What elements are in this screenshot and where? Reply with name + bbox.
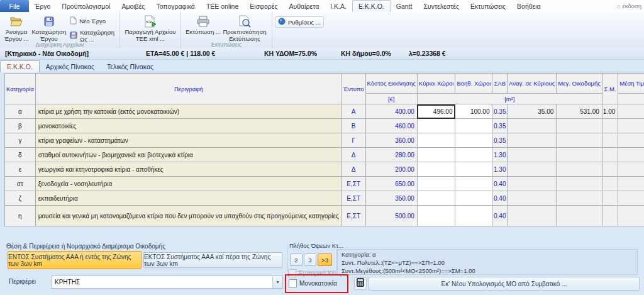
cell-desc[interactable]: εκπαιδευτήρια: [35, 191, 341, 206]
cell-sav[interactable]: 0.40: [492, 191, 508, 206]
cell-sm[interactable]: [602, 119, 618, 133]
cell-entypo[interactable]: Δ: [341, 162, 365, 177]
faces-3-button[interactable]: 3: [304, 253, 316, 266]
cell-voith[interactable]: 100.00: [455, 104, 492, 119]
cell-mesi[interactable]: [618, 162, 644, 177]
cell-voith[interactable]: [455, 162, 492, 177]
faces-gt3-button-selected[interactable]: >3: [318, 253, 332, 266]
region-combobox[interactable]: ΚΡΗΤΗΣ ▾: [52, 276, 283, 289]
cell-entypo[interactable]: Ε,ΣΤ: [341, 191, 365, 206]
cell-mesi[interactable]: [618, 191, 644, 206]
save-project-button[interactable]: Καταχώρηση Έργου: [30, 13, 67, 42]
column-header-sm[interactable]: Σ.Μ.: [602, 74, 618, 104]
cell-cat[interactable]: ζ: [5, 191, 36, 206]
faces-2-button[interactable]: 2: [290, 253, 303, 266]
column-header-sav[interactable]: ΣΑΒ: [492, 74, 508, 94]
cell-meg[interactable]: [557, 191, 602, 206]
column-header-mesi[interactable]: Μέση Τιμή Ζώνης: [618, 74, 644, 94]
cell-kyrioi[interactable]: [417, 191, 455, 206]
cell-entypo[interactable]: Γ: [341, 133, 365, 148]
cell-cat[interactable]: η: [5, 206, 36, 226]
column-header-kyrioi[interactable]: Κύριοι Χώροι: [417, 74, 455, 94]
cell-cat[interactable]: γ: [5, 133, 36, 148]
cell-kostos[interactable]: 350.00: [365, 191, 417, 206]
cell-sav[interactable]: 0.35: [492, 119, 508, 133]
cell-voith[interactable]: [455, 133, 492, 148]
cell-sm[interactable]: [602, 133, 618, 148]
cell-anag[interactable]: [508, 206, 557, 226]
menu-item-proypologismoi[interactable]: Προϋπολογισμοί: [56, 0, 116, 12]
cell-kostos[interactable]: 650.00: [365, 177, 417, 191]
column-header-anag[interactable]: Αναγ. σε Κύριους: [508, 74, 557, 94]
menu-item-authaireta[interactable]: Αυθαίρετα: [283, 0, 325, 12]
cell-kyrioi[interactable]: [417, 119, 455, 133]
cell-kostos[interactable]: 460.00: [365, 119, 417, 133]
cell-entypo[interactable]: Β: [341, 119, 365, 133]
cell-entypo[interactable]: Α: [341, 104, 365, 119]
cell-voith[interactable]: [455, 191, 492, 206]
cell-sav[interactable]: 1.30: [492, 162, 508, 177]
cell-meg[interactable]: [557, 148, 602, 162]
tab-telikos-pinakas[interactable]: Τελικός Πίνακας: [101, 61, 160, 72]
cell-voith[interactable]: [455, 148, 492, 162]
cell-desc[interactable]: γεωργικά και κτηνοτροφικά κτίρια - αποθή…: [35, 162, 341, 177]
cell-mesi[interactable]: [618, 206, 644, 226]
cell-mesi[interactable]: [618, 133, 644, 148]
cell-cat[interactable]: α: [5, 104, 36, 119]
cell-anag[interactable]: [508, 148, 557, 162]
column-header-voith[interactable]: Βοηθ. Χώροι: [455, 74, 492, 94]
cell-mesi[interactable]: 737.65: [618, 104, 644, 119]
cell-kyrioi[interactable]: [417, 162, 455, 177]
recalc-mo-button[interactable]: Εκ' Νέου Υπολογισμός ΜΟ από Συμβατικό ..…: [369, 277, 640, 291]
cell-kyrioi-selected[interactable]: 496.00: [417, 104, 455, 119]
cell-desc[interactable]: κτίρια γραφείων - καταστημάτων: [35, 133, 341, 148]
cell-cat[interactable]: ε: [5, 162, 36, 177]
menu-item-syntelestes[interactable]: Συντελεστές: [418, 0, 465, 12]
cell-sm[interactable]: [602, 177, 618, 191]
ektos-aaa-button[interactable]: ΕΚΤΟΣ Συστήματος ΑΑΑ καί πέρα της Ζώνης …: [143, 252, 282, 268]
cell-sm[interactable]: [602, 162, 618, 177]
cell-voith[interactable]: [455, 119, 492, 133]
cell-anag[interactable]: [508, 191, 557, 206]
cell-kyrioi[interactable]: [417, 148, 455, 162]
menu-item-amoives[interactable]: Αμοιβές: [116, 0, 150, 12]
menu-item-topografika[interactable]: Τοπογραφικά: [150, 0, 201, 12]
print-button[interactable]: Εκτύπωση ...: [184, 13, 223, 36]
menu-item-eisfores[interactable]: Εισφορές: [244, 0, 283, 12]
column-header-entypo[interactable]: Έντυπο: [341, 74, 365, 104]
cell-sm[interactable]: [602, 148, 618, 162]
menu-item-gantt[interactable]: Gantt: [391, 0, 418, 12]
cell-kostos[interactable]: 360.00: [365, 133, 417, 148]
menu-item-ektyposeis[interactable]: Εκτυπώσεις: [465, 0, 511, 12]
column-header-category[interactable]: Κατηγορία: [5, 74, 36, 104]
cell-entypo[interactable]: Δ: [341, 148, 365, 162]
cell-kostos[interactable]: 500.00: [365, 206, 417, 226]
new-project-button[interactable]: Νέο Έργο: [67, 16, 117, 26]
cell-anag[interactable]: 35.00: [508, 104, 557, 119]
cell-entypo[interactable]: Ε,ΣΤ: [341, 206, 365, 226]
cell-meg[interactable]: [557, 206, 602, 226]
cell-anag[interactable]: [508, 162, 557, 177]
cell-kostos[interactable]: 280.00: [365, 148, 417, 162]
cell-desc[interactable]: σταθμοί αυτοκινήτων - βιομηχανικά και βι…: [35, 148, 341, 162]
cell-kyrioi[interactable]: [417, 133, 455, 148]
cell-meg[interactable]: [557, 133, 602, 148]
cell-cat[interactable]: στ: [5, 177, 36, 191]
chevron-down-icon[interactable]: ▾: [272, 276, 282, 288]
cell-entypo[interactable]: Ε,ΣΤ: [341, 177, 365, 191]
cell-sav[interactable]: 0.35: [492, 133, 508, 148]
cell-desc[interactable]: μονοκατοικίες: [35, 119, 341, 133]
menu-item-ekko-active[interactable]: Ε.Κ.Κ.Ο.: [352, 0, 391, 12]
cell-meg[interactable]: [557, 119, 602, 133]
xml-export-button[interactable]: <> Παραγωγή Αρχείου ΤΕΕ xml ...: [123, 13, 178, 42]
calculator-button[interactable]: [354, 277, 367, 290]
cell-sm[interactable]: [602, 206, 618, 226]
column-header-description[interactable]: Περιγραφή: [35, 74, 341, 104]
cell-cat[interactable]: δ: [5, 148, 36, 162]
settings-button[interactable]: Ρυθμίσεις ...: [275, 16, 324, 28]
cell-kyrioi[interactable]: [417, 206, 455, 226]
cell-mesi[interactable]: [618, 119, 644, 133]
cell-sav[interactable]: 0.40: [492, 206, 508, 226]
cell-voith[interactable]: [455, 206, 492, 226]
open-project-button[interactable]: Άνοιγμα Έργου ...: [3, 13, 30, 42]
